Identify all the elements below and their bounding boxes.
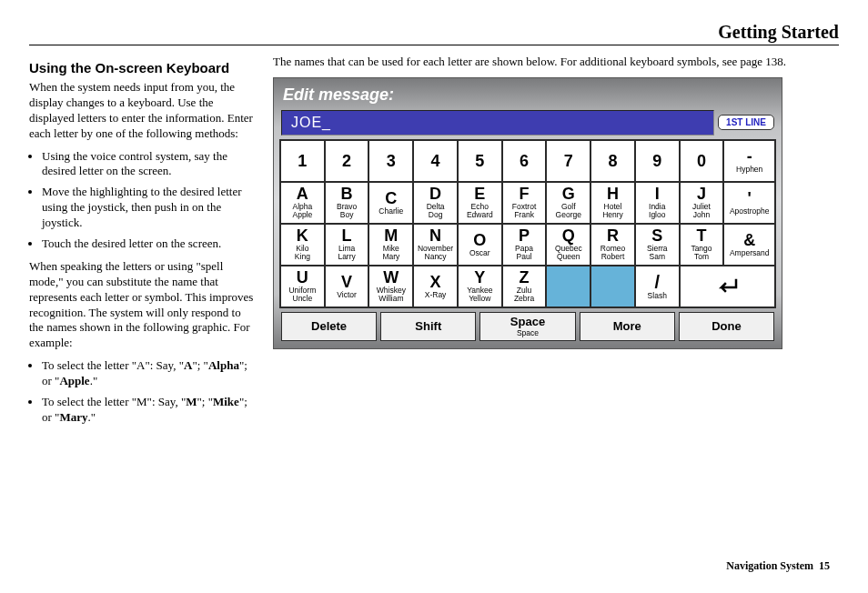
key-f[interactable]: FFoxtrot Frank: [502, 182, 547, 224]
right-column: The names that can be used for each lett…: [273, 55, 839, 433]
list-item: Move the highlighting to the desired let…: [42, 185, 257, 231]
bottom-row: DeleteShiftSpaceSpaceMoreDone: [279, 312, 776, 341]
key-o[interactable]: OOscar: [458, 224, 502, 266]
page-header: Getting Started: [29, 22, 839, 45]
key-h[interactable]: HHotel Henry: [590, 182, 635, 224]
example-list: To select the letter "A": Say, "A"; "Alp…: [42, 358, 257, 426]
key-hyphen[interactable]: -Hyphen: [723, 140, 775, 182]
key-r[interactable]: RRomeo Robert: [590, 224, 635, 266]
intro-paragraph-1: When the system needs input from you, th…: [29, 80, 257, 142]
shift-button[interactable]: Shift: [380, 312, 476, 341]
page-number: 15: [819, 559, 830, 572]
footer-label: Navigation System: [726, 559, 813, 572]
key-ampersand[interactable]: &Ampersand: [723, 224, 775, 266]
left-column: Using the On-screen Keyboard When the sy…: [29, 55, 257, 433]
right-intro: The names that can be used for each lett…: [273, 55, 839, 70]
key-5[interactable]: 5: [458, 140, 502, 182]
line-badge: 1ST LINE: [718, 115, 774, 130]
key-u[interactable]: UUniform Uncle: [280, 266, 325, 307]
key-g[interactable]: GGolf George: [546, 182, 590, 224]
key-j[interactable]: JJuliet John: [680, 182, 724, 224]
key-enter[interactable]: [680, 266, 775, 307]
key-row-2: KKilo KingLLima LarryMMike MaryNNovember…: [280, 224, 775, 266]
key-7[interactable]: 7: [546, 140, 590, 182]
section-heading: Using the On-screen Keyboard: [29, 60, 257, 76]
page-footer: Navigation System 15: [726, 559, 830, 573]
list-item: Using the voice control system, say the …: [42, 149, 257, 180]
key-3[interactable]: 3: [368, 140, 413, 182]
key-row-1: AAlpha AppleBBravo BoyCCharlieDDelta Dog…: [280, 182, 775, 224]
key-2[interactable]: 2: [325, 140, 369, 182]
key-l[interactable]: LLima Larry: [325, 224, 369, 266]
key-i[interactable]: IIndia Igloo: [635, 182, 680, 224]
key-k[interactable]: KKilo King: [280, 224, 325, 266]
key-9[interactable]: 9: [635, 140, 680, 182]
key-empty: [590, 266, 635, 307]
key-empty: [546, 266, 590, 307]
delete-button[interactable]: Delete: [281, 312, 377, 341]
keyboard-title: Edit message:: [279, 84, 776, 110]
intro-paragraph-2: When speaking the letters or using "spel…: [29, 259, 257, 351]
key-t[interactable]: TTango Tom: [680, 224, 724, 266]
keyboard-graphic: Edit message: JOE_ 1ST LINE 1234567890-H…: [273, 77, 782, 349]
input-row: JOE_ 1ST LINE: [279, 110, 776, 139]
key-z[interactable]: ZZulu Zebra: [502, 266, 547, 307]
key-x[interactable]: XX-Ray: [413, 266, 458, 307]
done-button[interactable]: Done: [679, 312, 774, 341]
key-apostrophe[interactable]: 'Apostrophe: [723, 182, 775, 224]
key-8[interactable]: 8: [590, 140, 635, 182]
key-d[interactable]: DDelta Dog: [413, 182, 458, 224]
key-slash[interactable]: /Slash: [635, 266, 680, 307]
message-input[interactable]: JOE_: [281, 110, 714, 136]
key-y[interactable]: YYankee Yellow: [458, 266, 502, 307]
list-item: To select the letter "A": Say, "A"; "Alp…: [42, 358, 257, 389]
key-row-3: UUniform UncleVVictorWWhiskey WilliamXX-…: [280, 266, 775, 307]
key-grid: 1234567890-Hyphen AAlpha AppleBBravo Boy…: [279, 139, 776, 308]
content-columns: Using the On-screen Keyboard When the sy…: [29, 55, 839, 433]
space-button[interactable]: SpaceSpace: [479, 312, 575, 341]
key-s[interactable]: SSierra Sam: [635, 224, 680, 266]
key-w[interactable]: WWhiskey William: [368, 266, 413, 307]
key-1[interactable]: 1: [280, 140, 325, 182]
key-m[interactable]: MMike Mary: [368, 224, 413, 266]
more-button[interactable]: More: [580, 312, 675, 341]
key-q[interactable]: QQuebec Queen: [546, 224, 590, 266]
key-0[interactable]: 0: [680, 140, 724, 182]
key-e[interactable]: EEcho Edward: [458, 182, 502, 224]
key-n[interactable]: NNovember Nancy: [413, 224, 458, 266]
key-6[interactable]: 6: [502, 140, 547, 182]
key-v[interactable]: VVictor: [325, 266, 369, 307]
key-b[interactable]: BBravo Boy: [325, 182, 369, 224]
list-item: Touch the desired letter on the screen.: [42, 236, 257, 252]
key-p[interactable]: PPapa Paul: [502, 224, 547, 266]
key-4[interactable]: 4: [413, 140, 458, 182]
method-list: Using the voice control system, say the …: [42, 149, 257, 252]
key-c[interactable]: CCharlie: [368, 182, 413, 224]
key-row-numbers: 1234567890-Hyphen: [280, 140, 775, 182]
list-item: To select the letter "M": Say, "M"; "Mik…: [42, 395, 257, 426]
key-a[interactable]: AAlpha Apple: [280, 182, 325, 224]
